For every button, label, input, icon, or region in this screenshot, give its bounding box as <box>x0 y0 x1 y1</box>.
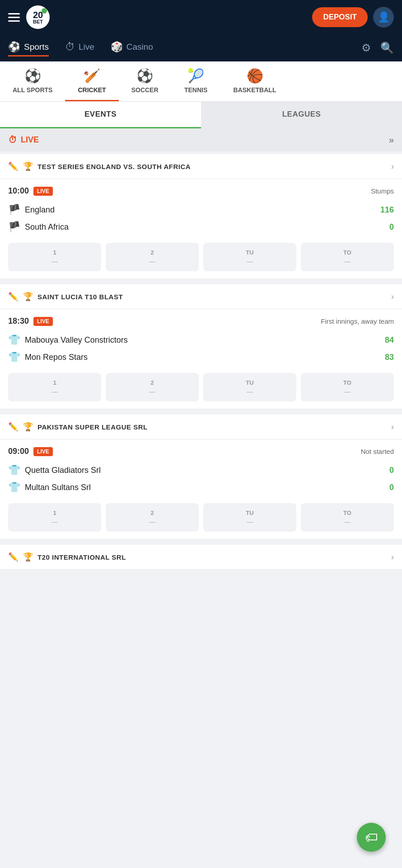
odds-label-0-0-tu: TU <box>246 249 253 256</box>
soccer-label: SOCCER <box>131 86 159 94</box>
team2-score-0-0: 0 <box>389 222 394 232</box>
all-sports-label: ALL SPORTS <box>13 86 52 94</box>
league-name-psl: PAKISTAN SUPER LEAGUE SRL <box>37 423 148 431</box>
nav-tab-live[interactable]: ⏱ Live <box>65 41 94 55</box>
nav-tab-live-label: Live <box>79 42 94 52</box>
league-expand-icon-3[interactable]: › <box>391 422 394 432</box>
match-time-1-0: 18:30 <box>8 316 29 326</box>
all-sports-icon: ⚽ <box>24 68 41 84</box>
live-label-group: ⏱ LIVE <box>8 135 39 145</box>
live-icon: ⏱ <box>65 41 75 53</box>
cricket-label: CRICKET <box>78 86 106 94</box>
tab-leagues[interactable]: LEAGUES <box>201 102 402 128</box>
match-card-0-0: 10:00 LIVE Stumps 🏴 England 116 🏴 South … <box>0 179 402 279</box>
league-header-test-series[interactable]: ✏️ 🏆 TEST SERIES ENGLAND VS. SOUTH AFRIC… <box>0 151 402 179</box>
search-icon[interactable]: 🔍 <box>380 42 394 54</box>
odds-label-2-0-tu: TU <box>246 509 253 516</box>
team1-score-1-0: 84 <box>385 335 394 345</box>
odds-btn-0-0-2[interactable]: 2 — <box>106 243 199 271</box>
sports-icon: ⚽ <box>8 41 20 53</box>
odds-btn-1-0-tu[interactable]: TU — <box>203 373 296 401</box>
league-expand-icon-2[interactable]: › <box>391 292 394 302</box>
live-badge-2-0: LIVE <box>33 447 53 456</box>
odds-btn-1-0-2[interactable]: 2 — <box>106 373 199 401</box>
trophy-icon-4: 🏆 <box>23 552 33 562</box>
settings-icon[interactable]: ⚙ <box>361 42 371 54</box>
sport-cricket[interactable]: 🏏 CRICKET <box>65 61 118 101</box>
pen-icon-4: ✏️ <box>8 552 19 562</box>
events-leagues-tabs: EVENTS LEAGUES <box>0 102 402 128</box>
sport-all-sports[interactable]: ⚽ ALL SPORTS <box>0 61 65 101</box>
casino-icon: 🎲 <box>111 41 123 53</box>
tennis-label: TENNIS <box>184 86 207 94</box>
fab-button[interactable]: 🏷 <box>357 823 386 852</box>
trophy-icon: 🏆 <box>23 161 33 171</box>
league-name-saint-lucia: SAINT LUCIA T10 BLAST <box>37 293 123 301</box>
live-expand-icon[interactable]: » <box>389 135 394 145</box>
odds-btn-0-0-1[interactable]: 1 — <box>8 243 101 271</box>
match-card-2-0: 09:00 LIVE Not started 👕 Quetta Gladiato… <box>0 439 402 539</box>
match-status-1-0: First innings, away team <box>321 317 394 325</box>
match-status-2-0: Not started <box>361 448 394 455</box>
nav-tab-casino[interactable]: 🎲 Casino <box>111 41 153 55</box>
live-text: LIVE <box>21 135 39 145</box>
team-row-0-0-1: 🏴 England 116 <box>8 201 394 218</box>
tab-events[interactable]: EVENTS <box>0 102 201 128</box>
odds-btn-2-0-2[interactable]: 2 — <box>106 503 199 532</box>
pen-icon: ✏️ <box>8 161 19 171</box>
live-bar: ⏱ LIVE » <box>0 128 402 151</box>
odds-value-1-0-2: — <box>149 388 155 395</box>
team-info-2-0-2: 👕 Multan Sultans Srl <box>8 481 91 493</box>
odds-value-1-0-to: — <box>344 388 351 395</box>
nav-tab-sports[interactable]: ⚽ Sports <box>8 41 49 55</box>
nav-tab-casino-label: Casino <box>126 42 153 52</box>
odds-row-2-0: 1 — 2 — TU — TO — <box>8 496 394 539</box>
league-expand-icon-4[interactable]: › <box>391 552 394 562</box>
odds-btn-2-0-tu[interactable]: TU — <box>203 503 296 532</box>
logo-dot <box>42 8 47 14</box>
team1-name-0-0: England <box>25 205 55 215</box>
hamburger-menu[interactable] <box>8 13 20 22</box>
league-header-saint-lucia[interactable]: ✏️ 🏆 SAINT LUCIA T10 BLAST › <box>0 282 402 309</box>
odds-value-2-0-to: — <box>344 518 351 525</box>
odds-btn-2-0-to[interactable]: TO — <box>301 503 394 532</box>
odds-btn-0-0-to[interactable]: TO — <box>301 243 394 271</box>
odds-label-2-0-2: 2 <box>150 509 154 516</box>
league-header-psl[interactable]: ✏️ 🏆 PAKISTAN SUPER LEAGUE SRL › <box>0 412 402 439</box>
odds-btn-1-0-to[interactable]: TO — <box>301 373 394 401</box>
nav-tab-sports-label: Sports <box>24 42 49 52</box>
sport-basketball[interactable]: 🏀 BASKETBALL <box>221 61 289 101</box>
cricket-icon: 🏏 <box>84 68 100 84</box>
live-badge-1-0: LIVE <box>33 317 53 326</box>
league-name-test-series: TEST SERIES ENGLAND VS. SOUTH AFRICA <box>37 163 191 170</box>
user-button[interactable]: 👤 <box>373 7 394 28</box>
odds-btn-1-0-1[interactable]: 1 — <box>8 373 101 401</box>
odds-label-2-0-to: TO <box>343 509 351 516</box>
team-info-0-0-1: 🏴 England <box>8 204 55 216</box>
league-section-t20: ✏️ 🏆 T20 INTERNATIONAL SRL › <box>0 542 402 570</box>
team-info-2-0-1: 👕 Quetta Gladiators Srl <box>8 464 101 476</box>
team-info-1-0-1: 👕 Mabouya Valley Constrictors <box>8 334 128 346</box>
trophy-icon-2: 🏆 <box>23 292 33 302</box>
team-row-2-0-2: 👕 Multan Sultans Srl 0 <box>8 479 394 496</box>
odds-value-1-0-tu: — <box>247 388 253 395</box>
odds-btn-0-0-tu[interactable]: TU — <box>203 243 296 271</box>
logo[interactable]: 20 BET <box>26 5 50 29</box>
league-header-t20[interactable]: ✏️ 🏆 T20 INTERNATIONAL SRL › <box>0 542 402 570</box>
odds-label-2-0-1: 1 <box>53 509 56 516</box>
deposit-button[interactable]: DEPOSIT <box>312 7 368 27</box>
team1-score-0-0: 116 <box>380 205 394 215</box>
odds-btn-2-0-1[interactable]: 1 — <box>8 503 101 532</box>
soccer-icon: ⚽ <box>136 68 153 84</box>
match-time-live-0-0: 10:00 LIVE <box>8 186 53 196</box>
odds-value-2-0-1: — <box>51 518 58 525</box>
sport-tennis[interactable]: 🎾 TENNIS <box>171 61 221 101</box>
sport-soccer[interactable]: ⚽ SOCCER <box>119 61 171 101</box>
league-expand-icon[interactable]: › <box>391 162 394 171</box>
team1-shirt-1-0: 👕 <box>8 334 20 346</box>
league-section-psl: ✏️ 🏆 PAKISTAN SUPER LEAGUE SRL › 09:00 L… <box>0 412 402 539</box>
tennis-icon: 🎾 <box>187 68 204 84</box>
odds-label-0-0-1: 1 <box>53 249 56 256</box>
team-info-1-0-2: 👕 Mon Repos Stars <box>8 351 88 363</box>
match-time-2-0: 09:00 <box>8 447 29 456</box>
